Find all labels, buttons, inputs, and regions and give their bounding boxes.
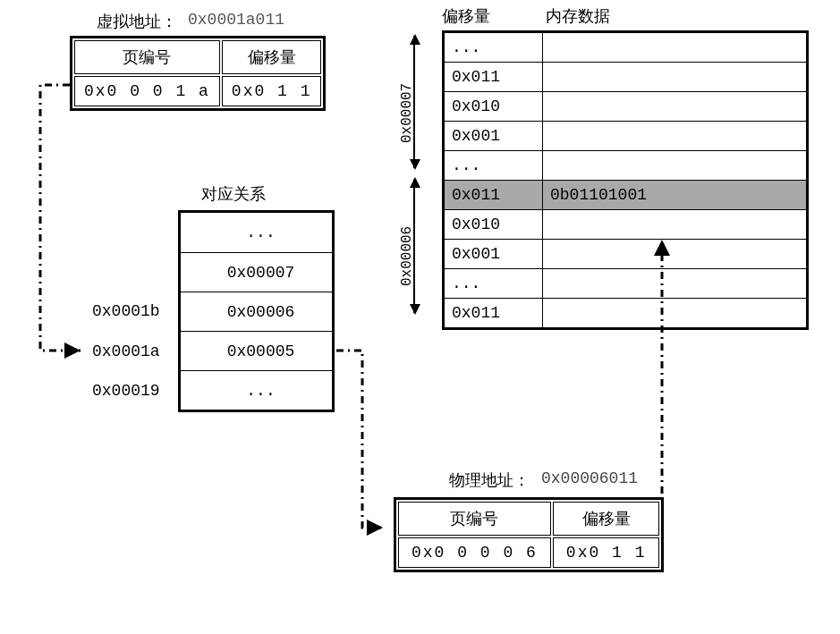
- bracket-1: [413, 36, 440, 168]
- mem-off: 0x011: [445, 299, 543, 327]
- mem-data: [543, 210, 806, 239]
- pt-index: 0x0001b: [92, 302, 160, 320]
- mem-data: [543, 299, 806, 327]
- page-table: ... 0x00007 0x00006 0x00005 ...: [178, 210, 335, 412]
- va-col-page: 页编号: [74, 40, 220, 74]
- mem-data: [543, 122, 806, 150]
- pa-col-offset: 偏移量: [553, 502, 660, 536]
- virtual-address-label: 虚拟地址：: [97, 11, 177, 32]
- pt-row: ...: [181, 370, 332, 410]
- pa-offset: 0x0 1 1: [553, 537, 660, 568]
- virtual-address-table: 页编号 偏移量 0x0 0 0 1 a 0x0 1 1: [70, 36, 326, 111]
- va-page-no: 0x0 0 0 1 a: [74, 76, 220, 106]
- mem-data-highlight: 0b01101001: [543, 181, 806, 209]
- mem-off: 0x011: [445, 63, 543, 91]
- physical-address-table: 页编号 偏移量 0x0 0 0 0 6 0x0 1 1: [394, 497, 664, 572]
- mem-data: [543, 151, 806, 180]
- pt-row: 0x00005: [181, 331, 332, 370]
- mem-off: ...: [445, 269, 543, 298]
- pa-col-page: 页编号: [398, 502, 551, 536]
- mem-data: [543, 33, 806, 62]
- mem-off: ...: [445, 33, 543, 62]
- va-offset: 0x0 1 1: [222, 76, 322, 106]
- mem-data: [543, 240, 806, 268]
- svg-marker-1: [367, 520, 383, 536]
- pt-index: 0x00019: [92, 382, 160, 400]
- physical-address-label: 物理地址：: [449, 469, 530, 491]
- mem-data: [543, 92, 806, 121]
- mem-off: 0x010: [445, 92, 543, 121]
- mem-off: 0x001: [445, 240, 543, 268]
- mem-data: [543, 269, 806, 298]
- physical-address-value: 0x00006011: [541, 469, 638, 487]
- svg-marker-0: [64, 342, 81, 359]
- page-table-label: 对应关系: [201, 183, 266, 205]
- pt-index: 0x0001a: [92, 342, 160, 360]
- bracket-2: [413, 179, 440, 313]
- mem-off: 0x010: [445, 210, 543, 239]
- pt-row: ...: [181, 213, 332, 252]
- pa-page-no: 0x0 0 0 0 6: [398, 537, 551, 568]
- memory-table: ... 0x011 0x010 0x001 ... 0x0110b0110100…: [442, 30, 809, 330]
- mem-off: 0x011: [445, 181, 543, 209]
- va-col-offset: 偏移量: [222, 40, 322, 74]
- pt-row: 0x00006: [181, 292, 332, 331]
- memory-header-data: 内存数据: [546, 5, 610, 27]
- mem-data: [543, 63, 806, 91]
- memory-header-offset: 偏移量: [442, 5, 490, 27]
- mem-off: 0x001: [445, 122, 543, 150]
- virtual-address-value: 0x0001a011: [188, 11, 284, 29]
- mem-off: ...: [445, 151, 543, 180]
- pt-row: 0x00007: [181, 252, 332, 292]
